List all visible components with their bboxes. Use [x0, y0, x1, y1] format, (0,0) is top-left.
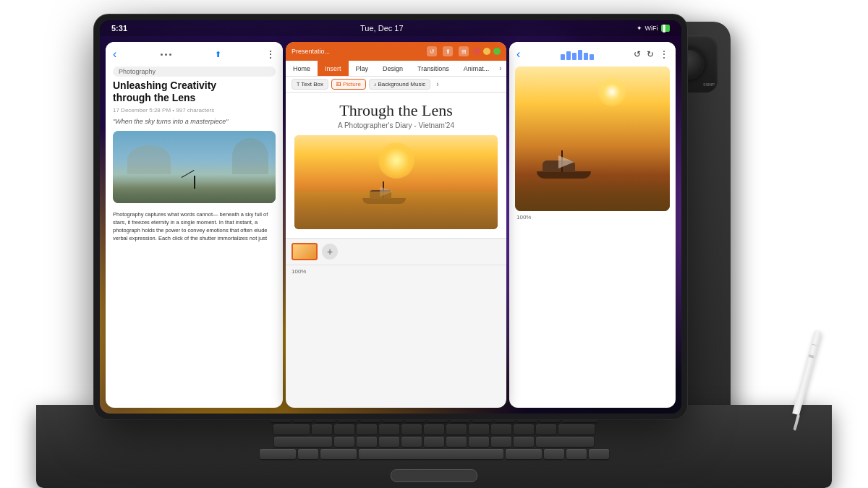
wifi-icon: WiFi [645, 25, 658, 32]
pres-textbox-btn[interactable]: T Text Box [292, 79, 328, 90]
trackpad[interactable] [391, 469, 477, 482]
key-row-2 [47, 424, 821, 435]
pres-min-button[interactable] [483, 48, 490, 55]
pres-menu: Home Insert Play Design Transitions Anim… [286, 61, 506, 77]
pres-bottom-bar: 100% [286, 265, 506, 278]
key[interactable] [491, 437, 511, 447]
key-fn[interactable] [298, 449, 318, 459]
key[interactable] [469, 424, 489, 435]
pres-window-buttons [473, 48, 501, 55]
gallery-back-button[interactable]: ‹ [516, 48, 520, 61]
key[interactable] [379, 437, 399, 447]
stylus-button [808, 354, 814, 359]
key-alt-right[interactable] [506, 449, 542, 459]
picture-icon: 🖼 [336, 82, 341, 87]
stylus-line [812, 343, 817, 346]
key-ctrl[interactable] [260, 449, 296, 459]
notes-title-text: Unleashing Creativitythrough the Lens [113, 80, 276, 104]
app-windows: ‹ ⬆ ⋮ Photography Unleashing Creativityt… [100, 36, 681, 414]
key-arrow-left[interactable] [544, 449, 564, 459]
key-enter[interactable] [558, 424, 595, 435]
key-space[interactable] [359, 449, 503, 459]
key[interactable] [401, 437, 422, 447]
notes-more-icon[interactable]: ⋮ [265, 48, 276, 60]
notes-share-icon[interactable]: ⬆ [215, 50, 221, 59]
key[interactable] [334, 437, 354, 447]
key-arrow-up-down[interactable] [566, 449, 587, 459]
key[interactable] [446, 424, 467, 435]
tablet-screen: 5:31 Tue, Dec 17 ✦ WiFi ▌ ‹ [100, 20, 681, 414]
key[interactable] [491, 424, 511, 435]
notes-quote: "When the sky turns into a masterpiece" [106, 115, 283, 128]
notes-menu-dots[interactable] [161, 53, 171, 56]
pres-menu-play[interactable]: Play [349, 61, 376, 76]
key[interactable] [514, 424, 534, 435]
gallery-undo-icon[interactable]: ↺ [634, 49, 641, 59]
status-time: 5:31 [111, 24, 127, 33]
gallery-window[interactable]: ‹ ↺ ↻ ⋮ [509, 42, 676, 408]
stylus-body [792, 330, 822, 415]
pres-titlebar: Presentatio... ↺ ⬆ ⊞ [286, 42, 506, 61]
gallery-image [515, 67, 670, 211]
pres-max-button[interactable] [493, 48, 501, 55]
pres-title-text: Presentatio... [292, 48, 422, 55]
key-shift-right[interactable] [536, 437, 594, 447]
pres-icon-buttons: ↺ ⬆ ⊞ [427, 46, 469, 56]
pres-slide-subtitle: A Photographer's Diary - Vietnam'24 [294, 121, 498, 129]
key[interactable] [514, 437, 534, 447]
pres-menu-home[interactable]: Home [286, 61, 318, 76]
pres-menu-more[interactable]: › [496, 64, 504, 72]
key[interactable] [424, 437, 444, 447]
key[interactable] [401, 424, 422, 435]
notes-body-text: Photography captures what words cannot— … [106, 206, 283, 247]
pres-grid-icon[interactable]: ⊞ [459, 46, 469, 56]
key-arrow-right[interactable] [589, 449, 609, 459]
chart-bar-2 [566, 51, 571, 60]
pres-music-btn[interactable]: ♪ Background Music [369, 79, 430, 90]
notes-header: ‹ ⬆ ⋮ [106, 42, 283, 67]
gallery-redo-icon[interactable]: ↻ [647, 49, 654, 59]
notes-image [113, 131, 276, 203]
pres-close-button[interactable] [473, 48, 480, 55]
key[interactable] [424, 424, 444, 435]
key[interactable] [446, 437, 467, 447]
gallery-chart [561, 48, 594, 60]
key[interactable] [379, 424, 399, 435]
pres-menu-design[interactable]: Design [375, 61, 410, 76]
chart-bar-3 [572, 53, 576, 60]
pres-menu-insert[interactable]: Insert [318, 61, 349, 76]
scene: 50MP 5:31 Tue, Dec 17 ✦ WiFi ▌ [0, 0, 868, 488]
key[interactable] [469, 437, 489, 447]
chart-bar-5 [584, 53, 588, 60]
key[interactable] [357, 424, 377, 435]
pres-share-icon[interactable]: ⬆ [443, 46, 453, 56]
boat-reflection [294, 192, 498, 229]
chart-bar-4 [578, 50, 582, 60]
pres-toolbar: T Text Box 🖼 Picture ♪ Background Music … [286, 77, 506, 93]
add-slide-button[interactable]: + [322, 244, 338, 260]
slide-thumb-1[interactable] [292, 243, 318, 260]
chart-bar-1 [561, 54, 565, 60]
key-alt[interactable] [320, 449, 357, 459]
camera-label: 50MP [703, 82, 715, 87]
presentation-window[interactable]: Presentatio... ↺ ⬆ ⊞ [286, 42, 506, 408]
key-tab[interactable] [273, 424, 310, 435]
gallery-more-icon[interactable]: ⋮ [660, 49, 668, 59]
key-row-4 [47, 449, 821, 459]
pres-menu-animate[interactable]: Animat... [456, 61, 497, 76]
key-shift-left[interactable] [274, 437, 332, 447]
pres-menu-transitions[interactable]: Transitions [410, 61, 456, 76]
key[interactable] [334, 424, 354, 435]
pres-zoom-label: 100% [292, 268, 306, 275]
textbox-icon: T [297, 82, 299, 87]
key[interactable] [536, 424, 556, 435]
key[interactable] [357, 437, 377, 447]
gallery-bottom-bar: 100% [509, 211, 676, 223]
notes-back-button[interactable]: ‹ [113, 48, 116, 61]
pres-thumbnails: + [286, 238, 506, 265]
pres-refresh-icon[interactable]: ↺ [427, 46, 437, 56]
notes-window[interactable]: ‹ ⬆ ⋮ Photography Unleashing Creativityt… [106, 42, 283, 408]
pres-toolbar-more[interactable]: › [436, 80, 438, 88]
key[interactable] [312, 424, 332, 435]
pres-picture-btn[interactable]: 🖼 Picture [331, 79, 366, 90]
